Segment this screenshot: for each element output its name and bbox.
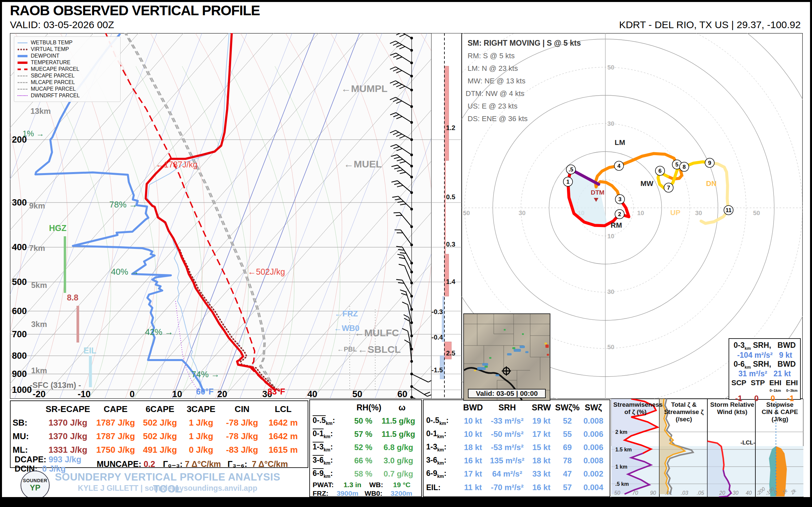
svg-text:50: 50	[607, 64, 614, 71]
frz-label: ←FRZ	[335, 309, 358, 318]
svg-text:9km: 9km	[29, 201, 45, 210]
svg-text:30: 30	[519, 210, 525, 216]
county-lines	[464, 314, 550, 400]
valid-time: VALID: 03-05-2026 00Z	[10, 19, 114, 31]
hgz-label: HGZ	[49, 223, 66, 233]
svg-text:3: 3	[618, 196, 621, 203]
svg-text:50: 50	[753, 210, 760, 216]
svg-text:50: 50	[614, 490, 620, 496]
radar-map-inset: Valid: 03-05 | 00:00	[463, 314, 550, 401]
virtual-swatch	[17, 49, 28, 50]
svg-text:MW: NE @ 13 kts: MW: NE @ 13 kts	[468, 77, 525, 85]
svg-text:.03: .03	[681, 490, 688, 496]
svg-text:-LCL-: -LCL-	[741, 440, 755, 446]
svg-text:7km: 7km	[29, 243, 45, 252]
map-valid-label: Valid: 03-05 | 00:00	[468, 389, 546, 398]
svg-text:5: 5	[675, 162, 678, 168]
sblcl-label: ←SBLCL	[358, 344, 401, 355]
pbl-label: ←PBL	[337, 345, 357, 353]
svg-text:1.2: 1.2	[446, 124, 455, 131]
svg-text:3km: 3km	[31, 320, 47, 329]
svg-text:2.5: 2.5	[446, 349, 455, 357]
sounderpy-logo: SOUNDER YP	[20, 470, 50, 497]
sfc-wetbulb-f: 60°F	[196, 387, 214, 396]
eil-label: EIL	[84, 346, 96, 355]
svg-text:0.3: 0.3	[446, 241, 455, 248]
temperature-swatch	[17, 62, 28, 64]
svg-text:90: 90	[650, 490, 656, 496]
omega-strip: 1.2 0.5 0.3 1.4 -0.3 -0.4 2.5 -1.5	[431, 33, 462, 399]
svg-text:-1.5: -1.5	[432, 367, 443, 374]
svg-text:US: E @ 23 kts: US: E @ 23 kts	[468, 102, 518, 110]
station-id: KDRT - DEL RIO, TX US | 29.37, -100.92	[619, 19, 801, 31]
thermo-table: SR-ECAPE CAPE 6CAPE 3CAPE CIN LCL SB: 13…	[10, 400, 308, 468]
svg-text:50: 50	[607, 343, 614, 350]
sfc-temp-f: 83°F	[267, 387, 285, 396]
svg-text:300: 300	[12, 198, 27, 208]
panel1-title: Streamwisenessof ζ (%)	[613, 401, 658, 416]
muecape-swatch	[17, 68, 28, 70]
panel2-title: Total ζ &Streamwise ζ(/sec)	[662, 401, 706, 423]
svg-text:40: 40	[307, 389, 317, 399]
svg-text:.5: .5	[569, 166, 573, 173]
svg-text:DN: DN	[706, 179, 717, 188]
scp-header: SCP	[731, 380, 747, 394]
svg-text:-0.3: -0.3	[432, 308, 443, 316]
svg-text:70: 70	[632, 490, 638, 496]
svg-text:500: 500	[12, 277, 27, 287]
svg-text:RM: S @ 5 kts: RM: S @ 5 kts	[468, 52, 515, 60]
svg-text:1: 1	[566, 179, 569, 185]
svg-text:50: 50	[463, 210, 470, 216]
panel3-title: Storm RelativeWind (kts)	[709, 401, 755, 416]
skewt-legend: WETBULB TEMP VIRTUAL TEMP DEWPOINT TEMPE…	[14, 37, 120, 102]
cape6-value-label: ←502J/kg	[248, 267, 285, 276]
svg-text:5km: 5km	[31, 281, 47, 290]
mumpl-label: ←MUMPL	[341, 83, 388, 94]
panel4-title: StepwiseCIN & CAPE(J/kg)	[758, 401, 802, 423]
srh-bwd-box: 0-3km SRH, BWD -104 m²/s² 9 kt 0-6km SRH…	[728, 338, 801, 400]
svg-text:0.5: 0.5	[446, 193, 455, 201]
ehi3-header: EHI0–3km	[786, 380, 798, 394]
svg-text:1000: 1000	[12, 385, 32, 395]
svg-text:9: 9	[708, 160, 711, 166]
rh40-annotation: 40% →	[111, 267, 139, 277]
svg-text:30: 30	[732, 490, 739, 496]
svg-text:-20: -20	[33, 389, 45, 399]
stp-header: STP	[751, 380, 765, 394]
svg-text:0: 0	[130, 389, 135, 399]
footer-credit: KYLE J GILLETT | sounderpysoundings.anvi…	[52, 484, 284, 493]
mlcape-swatch	[17, 82, 28, 83]
svg-text:1.4: 1.4	[446, 278, 456, 285]
svg-text:900: 900	[12, 369, 27, 379]
svg-text:LM: N @ 23 kts: LM: N @ 23 kts	[468, 64, 518, 72]
svg-text:.05: .05	[697, 490, 704, 496]
svg-text:11: 11	[725, 207, 731, 214]
figure-page: RAOB OBSERVED VERTICAL PROFILE VALID: 03…	[2, 2, 810, 497]
svg-text:DTM: DTM	[591, 189, 604, 196]
ehi1-value: 0	[771, 394, 775, 403]
shear-table: BWD SRH SRW SWζ% SWζ 0-.5km: 10 kt -33 m…	[423, 399, 610, 497]
svg-text:2: 2	[618, 211, 621, 217]
svg-text:20: 20	[217, 389, 227, 399]
svg-text:DS: ENE @ 36 kts: DS: ENE @ 36 kts	[468, 114, 527, 123]
svg-text:10: 10	[607, 233, 614, 240]
svg-text:30: 30	[695, 210, 702, 216]
svg-text:UP: UP	[670, 209, 680, 217]
dewpoint-swatch	[17, 55, 28, 57]
ehi3-value: -1	[787, 394, 794, 403]
svg-text:700: 700	[12, 329, 27, 339]
wb0-label: ←WB0	[334, 324, 359, 333]
svg-text:50: 50	[352, 389, 362, 399]
svg-text:.5 km: .5 km	[615, 481, 629, 487]
dgz-lapse-label: 8.8	[67, 293, 79, 302]
svg-text:20: 20	[719, 490, 725, 496]
rh-table: RH(%)ω 0-.5km:50 %11.5 g/kg 0-1km:57 %11…	[309, 399, 422, 497]
sfc-label: -SFC (313m) -	[30, 381, 81, 390]
svg-text:-0.4: -0.4	[432, 334, 443, 341]
svg-text:-10: -10	[78, 389, 90, 399]
svg-text:60: 60	[397, 389, 407, 399]
sbcape-swatch	[17, 75, 28, 76]
svg-text:13km: 13km	[31, 107, 51, 115]
svg-text:8: 8	[682, 164, 686, 170]
rh78-annotation: 78% →	[109, 200, 138, 210]
